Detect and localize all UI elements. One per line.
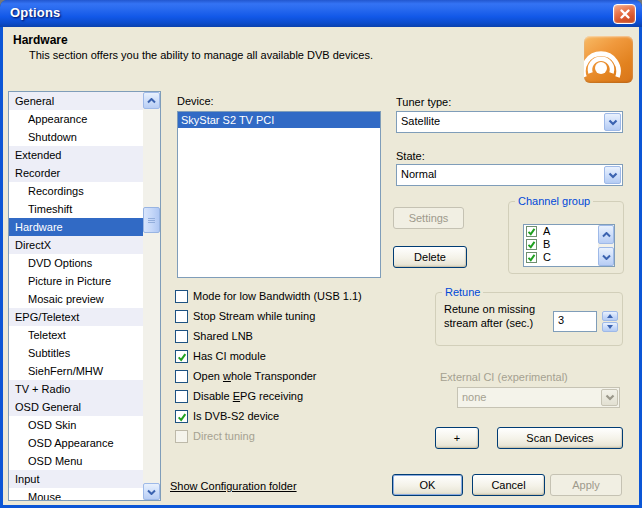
- sidebar-item-recordings[interactable]: Recordings: [9, 182, 143, 200]
- external-ci-select: none: [457, 387, 620, 408]
- options-dialog: Options Hardware This section offers you…: [0, 0, 642, 508]
- sidebar-item-mouse[interactable]: Mouse: [9, 488, 143, 501]
- sidebar-item-mosaic-preview[interactable]: Mosaic preview: [9, 290, 143, 308]
- channel-group-list[interactable]: A B C: [523, 224, 615, 267]
- ok-button[interactable]: OK: [392, 474, 463, 496]
- sidebar-item-appearance[interactable]: Appearance: [9, 110, 143, 128]
- external-ci-label: External CI (experimental): [440, 371, 568, 383]
- settings-nav-list: General Appearance Shutdown Extended Rec…: [8, 91, 161, 501]
- sidebar-item-hardware[interactable]: Hardware: [9, 218, 143, 236]
- state-select[interactable]: Normal: [396, 164, 623, 186]
- chevron-down-icon: [608, 119, 618, 126]
- sidebar-item-osd-general[interactable]: OSD General: [9, 398, 143, 416]
- sidebar-item-siehfern-mhw[interactable]: SiehFern/MHW: [9, 362, 143, 380]
- chevron-down-icon: [605, 394, 615, 401]
- state-label: State:: [396, 150, 425, 162]
- delete-button[interactable]: Delete: [393, 246, 467, 268]
- dvbviewer-logo-icon: [584, 36, 633, 83]
- retune-seconds-input[interactable]: 3: [553, 311, 597, 332]
- checkbox-disabled-icon: [175, 430, 188, 443]
- chevron-down-icon: [602, 254, 611, 260]
- sidebar-item-subtitles[interactable]: Subtitles: [9, 344, 143, 362]
- sidebar-item-epg-teletext[interactable]: EPG/Teletext: [9, 308, 143, 326]
- apply-button[interactable]: Apply: [550, 474, 622, 496]
- sidebar-scrollbar[interactable]: [143, 92, 160, 500]
- close-button[interactable]: [613, 4, 636, 24]
- chevron-up-icon: [147, 98, 156, 104]
- sidebar-item-recorder[interactable]: Recorder: [9, 164, 143, 182]
- window-title: Options: [10, 5, 61, 20]
- checkbox-checked-icon[interactable]: [175, 350, 188, 363]
- close-icon: [619, 8, 631, 20]
- add-device-button[interactable]: +: [435, 427, 479, 449]
- device-listbox[interactable]: SkyStar S2 TV PCI: [177, 111, 381, 278]
- tuner-type-label: Tuner type:: [396, 96, 451, 108]
- tuner-type-select[interactable]: Satellite: [396, 111, 623, 133]
- channel-group-title: Channel group: [515, 195, 593, 207]
- checkbox-icon[interactable]: [175, 290, 188, 303]
- retune-title: Retune: [442, 286, 483, 298]
- tuner-type-value: Satellite: [401, 112, 440, 131]
- retune-seconds-stepper[interactable]: [602, 311, 618, 332]
- cancel-button[interactable]: Cancel: [472, 474, 545, 496]
- device-item[interactable]: SkyStar S2 TV PCI: [178, 112, 380, 128]
- sidebar-item-input[interactable]: Input: [9, 470, 143, 488]
- state-value: Normal: [401, 165, 436, 184]
- checkbox-icon[interactable]: [175, 390, 188, 403]
- triangle-up-icon: [607, 314, 613, 318]
- sidebar-item-directx[interactable]: DirectX: [9, 236, 143, 254]
- title-bar[interactable]: Options: [0, 0, 642, 27]
- chevron-down-icon: [147, 489, 156, 495]
- sidebar-item-timeshift[interactable]: Timeshift: [9, 200, 143, 218]
- page-title: Hardware: [13, 33, 68, 47]
- spinner-down-button[interactable]: [602, 322, 618, 332]
- show-configuration-folder-link[interactable]: Show Configuration folder: [170, 480, 297, 492]
- scroll-down-button[interactable]: [598, 247, 614, 266]
- scroll-up-button[interactable]: [143, 92, 160, 109]
- sidebar-item-osd-appearance[interactable]: OSD Appearance: [9, 434, 143, 452]
- external-ci-dropdown-button: [601, 389, 618, 406]
- sidebar-item-extended[interactable]: Extended: [9, 146, 143, 164]
- sidebar-item-tv-radio[interactable]: TV + Radio: [9, 380, 143, 398]
- sidebar-item-osd-menu[interactable]: OSD Menu: [9, 452, 143, 470]
- checkbox-checked-icon[interactable]: [526, 226, 537, 237]
- checkbox-icon[interactable]: [175, 310, 188, 323]
- checkbox-icon[interactable]: [175, 330, 188, 343]
- device-label: Device:: [177, 95, 214, 107]
- external-ci-value: none: [462, 388, 486, 407]
- sidebar-item-osd-skin[interactable]: OSD Skin: [9, 416, 143, 434]
- state-dropdown-button[interactable]: [604, 166, 621, 184]
- sidebar-item-teletext[interactable]: Teletext: [9, 326, 143, 344]
- scan-devices-button[interactable]: Scan Devices: [497, 427, 623, 449]
- channel-group-scrollbar[interactable]: [598, 225, 614, 266]
- triangle-down-icon: [607, 325, 613, 329]
- scroll-up-button[interactable]: [598, 225, 614, 244]
- sidebar-item-dvd-options[interactable]: DVD Options: [9, 254, 143, 272]
- sidebar-item-general[interactable]: General: [9, 92, 143, 110]
- sidebar-item-picture-in-picture[interactable]: Picture in Picture: [9, 272, 143, 290]
- checkbox-checked-icon[interactable]: [526, 252, 537, 263]
- scroll-down-button[interactable]: [143, 483, 160, 500]
- checkbox-checked-icon[interactable]: [175, 410, 188, 423]
- chevron-down-icon: [608, 172, 618, 179]
- tuner-type-dropdown-button[interactable]: [604, 113, 621, 131]
- settings-button[interactable]: Settings: [393, 207, 464, 229]
- scroll-thumb[interactable]: [143, 207, 160, 233]
- retune-label-line1: Retune on missing: [444, 303, 535, 315]
- spinner-up-button[interactable]: [602, 311, 618, 321]
- page-description: This section offers you the ability to m…: [29, 49, 373, 61]
- chevron-up-icon: [602, 232, 611, 238]
- retune-label-line2: stream after (sec.): [444, 317, 533, 329]
- sidebar-item-shutdown[interactable]: Shutdown: [9, 128, 143, 146]
- checkbox-checked-icon[interactable]: [526, 239, 537, 250]
- settings-nav-items: General Appearance Shutdown Extended Rec…: [9, 92, 143, 501]
- checkbox-icon[interactable]: [175, 370, 188, 383]
